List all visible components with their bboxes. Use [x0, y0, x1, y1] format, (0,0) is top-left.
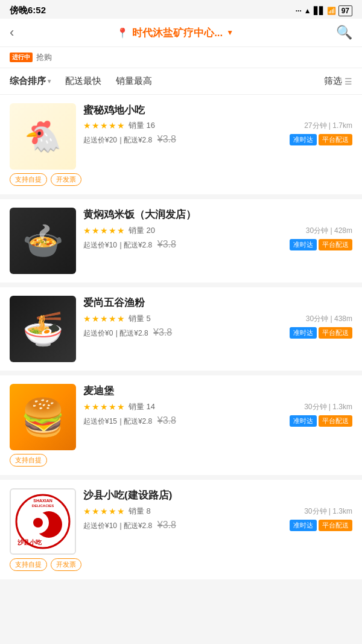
tag-invoice[interactable]: 开发票 — [51, 558, 81, 571]
promo-badge: 进行中 — [10, 53, 33, 62]
restaurant-card[interactable]: 🍜 爱尚五谷渔粉 ★ ★ ★ ★ ★ 销量 5 — [0, 287, 362, 371]
shaxian-logo-svg: SHAXIAN DELICACIES 沙县小吃 — [13, 491, 73, 552]
platform-badge: 平台配送 — [319, 327, 352, 339]
battery-icon: 97 — [338, 5, 352, 16]
rating-row: ★ ★ ★ ★ ★ 销量 16 27分钟 | 1.7km — [83, 120, 352, 131]
min-order: 起送价¥15 — [83, 417, 117, 426]
back-button[interactable]: ‹ — [10, 25, 14, 40]
sort-fastest[interactable]: 配送最快 — [65, 75, 101, 87]
sales-count: 销量 14 — [129, 401, 155, 412]
restaurant-main: 🍔 麦迪堡 ★ ★ ★ ★ ★ 销量 14 — [10, 384, 352, 450]
on-time-badge: 准时达 — [290, 239, 317, 250]
location-name[interactable]: 时代沐盐矿疗中心... — [132, 26, 223, 40]
status-time: 傍晚6:52 — [10, 5, 46, 16]
original-fee: ¥3.8 — [157, 239, 176, 249]
restaurant-name: 黄焖鸡米饭（大润发店） — [83, 208, 352, 222]
dropdown-arrow-icon[interactable]: ▼ — [226, 28, 233, 37]
restaurant-info: 沙县小吃(建设路店) ★ ★ ★ ★ ★ 销量 8 30分钟 | 1.3km — [83, 488, 352, 555]
restaurant-image: 🐔 — [10, 103, 76, 170]
restaurant-name: 爱尚五谷渔粉 — [83, 296, 352, 310]
filter-button[interactable]: 筛选 ☰ — [324, 75, 352, 87]
filter-icon: ☰ — [345, 77, 352, 86]
tag-pickup[interactable]: 支持自提 — [10, 454, 47, 467]
min-order: 起送价¥20 — [83, 136, 117, 144]
delivery-time: 30分钟 | 1.3km — [304, 403, 352, 411]
location-pin-icon: 📍 — [116, 27, 129, 39]
delivery-fee-value: 配送¥2.8 — [119, 329, 148, 337]
on-time-badge: 准时达 — [290, 327, 317, 339]
promo-text: 抢购 — [36, 52, 52, 63]
restaurant-main: SHAXIAN DELICACIES 沙县小吃 沙县小吃(建设路店) ★ ★ ★ — [10, 488, 352, 555]
restaurant-info: 黄焖鸡米饭（大润发店） ★ ★ ★ ★ ★ 销量 20 30分钟 | 428 — [83, 208, 352, 274]
header-title: 📍 时代沐盐矿疗中心... ▼ — [21, 26, 329, 40]
restaurant-name: 蜜秘鸡地小吃 — [83, 103, 352, 117]
price-row: 起送价¥15 | 配送¥2.8 ¥3.8 准时达 平台配送 — [83, 415, 352, 427]
delivery-time: 30分钟 | 438m — [306, 314, 352, 323]
svg-text:DELICACIES: DELICACIES — [32, 504, 54, 508]
restaurant-list: 🐔 蜜秘鸡地小吃 ★ ★ ★ ★ ★ 销量 16 — [0, 95, 362, 579]
sales-count: 销量 20 — [129, 225, 155, 236]
price-row: 起送价¥20 | 配送¥2.8 ¥3.8 准时达 平台配送 — [83, 134, 352, 145]
tag-pickup[interactable]: 支持自提 — [10, 173, 47, 186]
restaurant-image: 🍜 — [10, 296, 76, 362]
platform-badge: 平台配送 — [319, 134, 352, 145]
restaurant-logo: 🍲 — [22, 222, 64, 261]
restaurant-image: 🍔 — [10, 384, 76, 450]
restaurant-logo: 🍜 — [22, 310, 64, 349]
status-icons: ··· ▲ ▋▋ 📶 97 — [296, 5, 352, 16]
signal-bar-icon: ▲ — [304, 7, 311, 15]
restaurant-name: 沙县小吃(建设路店) — [83, 488, 352, 502]
price-row: 起送价¥10 | 配送¥2.8 ¥3.8 准时达 平台配送 — [83, 239, 352, 250]
sales-count: 销量 16 — [129, 120, 155, 131]
delivery-time: 30分钟 | 1.3km — [304, 507, 352, 515]
restaurant-main: 🍜 爱尚五谷渔粉 ★ ★ ★ ★ ★ 销量 5 — [10, 296, 352, 362]
search-button[interactable]: 🔍 — [336, 25, 352, 40]
status-bar: 傍晚6:52 ··· ▲ ▋▋ 📶 97 — [0, 0, 362, 19]
signal-dots-icon: ··· — [296, 7, 302, 15]
restaurant-card[interactable]: 🍔 麦迪堡 ★ ★ ★ ★ ★ 销量 14 — [0, 375, 362, 475]
restaurant-image: 🍲 — [10, 208, 76, 274]
tag-invoice[interactable]: 开发票 — [51, 173, 81, 186]
sort-comprehensive[interactable]: 综合排序 ▾ — [10, 75, 51, 87]
stars: ★ ★ ★ ★ ★ — [83, 226, 125, 235]
delivery-fee-value: 配送¥2.8 — [124, 241, 152, 249]
svg-text:沙县小吃: 沙县小吃 — [17, 539, 42, 546]
sales-count: 销量 8 — [129, 506, 151, 517]
platform-badge: 平台配送 — [319, 415, 352, 427]
stars: ★ ★ ★ ★ ★ — [83, 121, 125, 130]
delivery-fee-value: 配送¥2.8 — [124, 521, 152, 530]
sort-bar: 综合排序 ▾ 配送最快 销量最高 筛选 ☰ — [0, 68, 362, 95]
restaurant-card[interactable]: 🍲 黄焖鸡米饭（大润发店） ★ ★ ★ ★ ★ 销量 20 — [0, 199, 362, 282]
sort-bestselling[interactable]: 销量最高 — [116, 75, 152, 87]
stars: ★ ★ ★ ★ ★ — [83, 314, 125, 324]
restaurant-image: SHAXIAN DELICACIES 沙县小吃 — [10, 488, 76, 555]
restaurant-card[interactable]: 🐔 蜜秘鸡地小吃 ★ ★ ★ ★ ★ 销量 16 — [0, 95, 362, 194]
restaurant-main: 🐔 蜜秘鸡地小吃 ★ ★ ★ ★ ★ 销量 16 — [10, 103, 352, 170]
tags-row: 支持自提 — [10, 454, 352, 467]
svg-point-5 — [33, 518, 43, 528]
wifi-icon: 📶 — [327, 7, 336, 15]
price-row: 起送价¥0 | 配送¥2.8 ¥3.8 准时达 平台配送 — [83, 327, 352, 339]
cellular-icon: ▋▋ — [314, 7, 325, 15]
rating-row: ★ ★ ★ ★ ★ 销量 14 30分钟 | 1.3km — [83, 401, 352, 412]
delivery-time: 30分钟 | 428m — [306, 226, 352, 235]
rating-row: ★ ★ ★ ★ ★ 销量 5 30分钟 | 438m — [83, 313, 352, 324]
min-order: 起送价¥10 — [83, 521, 117, 530]
restaurant-info: 爱尚五谷渔粉 ★ ★ ★ ★ ★ 销量 5 30分钟 | 438m — [83, 296, 352, 362]
original-fee: ¥3.8 — [157, 520, 176, 530]
restaurant-name: 麦迪堡 — [83, 384, 352, 398]
promo-bar: 进行中 抢购 — [0, 47, 362, 68]
tag-pickup[interactable]: 支持自提 — [10, 558, 47, 571]
restaurant-card[interactable]: SHAXIAN DELICACIES 沙县小吃 沙县小吃(建设路店) ★ ★ ★ — [0, 480, 362, 579]
rating-row: ★ ★ ★ ★ ★ 销量 20 30分钟 | 428m — [83, 225, 352, 236]
delivery-fee-value: 配送¥2.8 — [124, 417, 152, 426]
price-row: 起送价¥10 | 配送¥2.8 ¥3.8 准时达 平台配送 — [83, 520, 352, 531]
svg-text:SHAXIAN: SHAXIAN — [33, 499, 52, 503]
restaurant-info: 麦迪堡 ★ ★ ★ ★ ★ 销量 14 30分钟 | 1.3km — [83, 384, 352, 450]
platform-badge: 平台配送 — [319, 239, 352, 250]
tags-row: 支持自提 开发票 — [10, 173, 352, 186]
restaurant-info: 蜜秘鸡地小吃 ★ ★ ★ ★ ★ 销量 16 27分钟 | 1.7km — [83, 103, 352, 170]
sort-arrow-icon: ▾ — [48, 78, 51, 84]
tags-row: 支持自提 开发票 — [10, 558, 352, 571]
original-fee: ¥3.8 — [157, 134, 176, 144]
